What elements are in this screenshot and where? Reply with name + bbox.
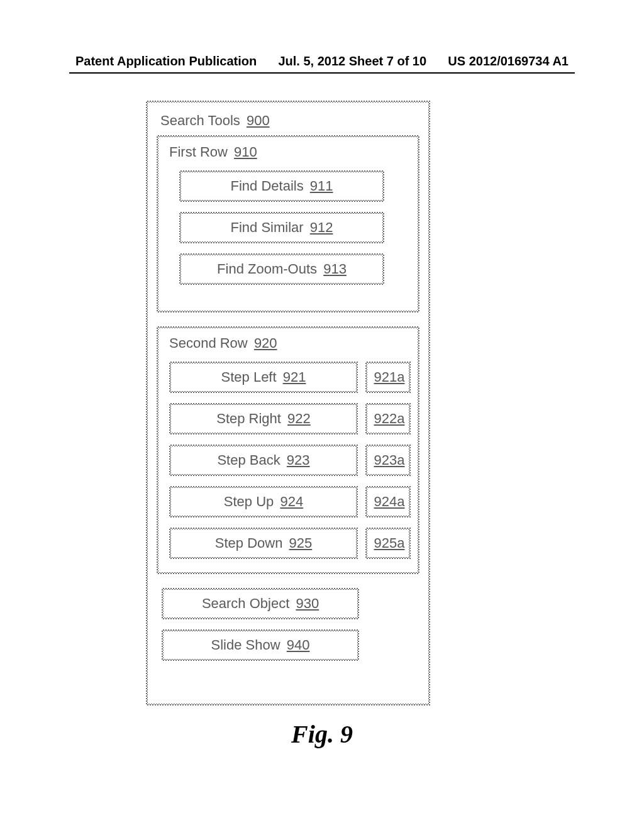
page-header: Patent Application Publication Jul. 5, 2…: [0, 54, 644, 69]
find-zoom-outs-label: Find Zoom-Outs: [217, 261, 317, 277]
step-left-label: Step Left: [221, 369, 277, 385]
search-tools-panel: Search Tools 900 First Row 910 Find Deta…: [146, 101, 430, 706]
header-rule: [69, 72, 575, 74]
step-back-aux-ref: 923a: [374, 452, 405, 468]
search-object-label: Search Object: [202, 595, 289, 611]
first-row-item: Find Zoom-Outs 913: [165, 253, 411, 285]
header-right: US 2012/0169734 A1: [448, 54, 569, 69]
find-similar-button[interactable]: Find Similar 912: [179, 212, 384, 243]
second-row-panel: Second Row 920 Step Left 921 921a: [157, 326, 419, 574]
first-row-title-text: First Row: [169, 144, 228, 160]
first-row-title: First Row 910: [165, 144, 411, 160]
step-up-label: Step Up: [224, 494, 274, 509]
second-row-item: Step Up 924 924a: [165, 486, 411, 517]
slide-show-label: Slide Show: [211, 637, 280, 653]
first-row-panel: First Row 910 Find Details 911: [157, 135, 419, 313]
step-down-aux-ref: 925a: [374, 535, 405, 551]
slide-show-button[interactable]: Slide Show 940: [162, 629, 359, 661]
page: Patent Application Publication Jul. 5, 2…: [0, 0, 644, 830]
step-down-label: Step Down: [215, 535, 283, 551]
find-similar-ref: 912: [310, 219, 333, 235]
find-details-ref: 911: [310, 178, 333, 194]
step-back-aux-button[interactable]: 923a: [365, 445, 411, 476]
second-row-item: Step Right 922 922a: [165, 403, 411, 434]
find-details-button[interactable]: Find Details 911: [179, 170, 384, 202]
second-row-title: Second Row 920: [165, 335, 411, 351]
step-left-aux-button[interactable]: 921a: [365, 362, 411, 393]
step-left-aux-ref: 921a: [374, 369, 405, 385]
find-similar-label: Find Similar: [231, 219, 304, 235]
find-zoom-outs-button[interactable]: Find Zoom-Outs 913: [179, 253, 384, 285]
step-back-button[interactable]: Step Back 923: [169, 445, 358, 476]
search-tools-title-ref: 900: [247, 113, 270, 128]
search-tools-title: Search Tools 900: [157, 113, 419, 129]
step-down-button[interactable]: Step Down 925: [169, 528, 358, 559]
step-up-aux-ref: 924a: [374, 494, 405, 509]
second-row-item: Step Down 925 925a: [165, 528, 411, 559]
header-center: Jul. 5, 2012 Sheet 7 of 10: [278, 54, 426, 69]
step-back-label: Step Back: [217, 452, 280, 468]
step-right-button[interactable]: Step Right 922: [169, 403, 358, 434]
search-object-row: Search Object 930: [157, 588, 419, 619]
slide-show-ref: 940: [287, 637, 310, 653]
step-back-ref: 923: [287, 452, 310, 468]
step-right-label: Step Right: [216, 411, 281, 426]
first-row-title-ref: 910: [234, 144, 257, 160]
step-down-ref: 925: [289, 535, 313, 551]
find-details-label: Find Details: [231, 178, 304, 194]
search-object-ref: 930: [296, 595, 319, 611]
step-down-aux-button[interactable]: 925a: [365, 528, 411, 559]
step-up-button[interactable]: Step Up 924: [169, 486, 358, 517]
second-row-title-ref: 920: [254, 335, 277, 351]
slide-show-row: Slide Show 940: [157, 629, 419, 661]
second-row-title-text: Second Row: [169, 335, 248, 351]
first-row-item: Find Details 911: [165, 170, 411, 202]
figure-caption: Fig. 9: [0, 719, 644, 749]
step-up-aux-button[interactable]: 924a: [365, 486, 411, 517]
second-row-item: Step Left 921 921a: [165, 362, 411, 393]
step-right-ref: 922: [287, 411, 311, 426]
step-left-ref: 921: [283, 369, 306, 385]
first-row-item: Find Similar 912: [165, 212, 411, 243]
step-left-button[interactable]: Step Left 921: [169, 362, 358, 393]
step-right-aux-button[interactable]: 922a: [365, 403, 411, 434]
header-left: Patent Application Publication: [75, 54, 257, 69]
search-tools-title-text: Search Tools: [160, 113, 240, 128]
search-object-button[interactable]: Search Object 930: [162, 588, 359, 619]
find-zoom-outs-ref: 913: [323, 261, 347, 277]
step-up-ref: 924: [280, 494, 303, 509]
step-right-aux-ref: 922a: [374, 411, 405, 426]
second-row-item: Step Back 923 923a: [165, 445, 411, 476]
